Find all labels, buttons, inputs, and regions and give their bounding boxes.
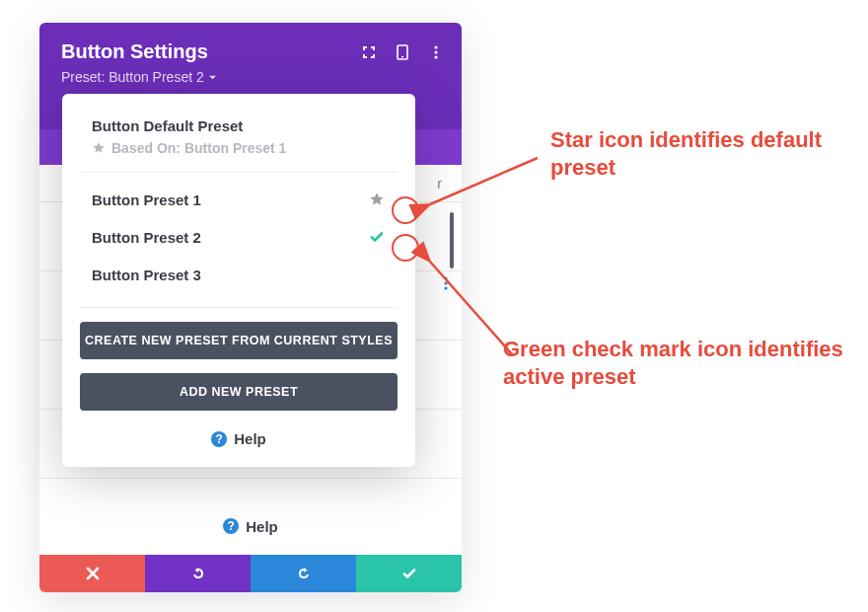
svg-line-1: [430, 158, 538, 204]
svg-line-2: [430, 262, 513, 355]
annotation-circle-star: [392, 196, 419, 224]
annotation-star-text: Star icon identifies default preset: [550, 126, 868, 181]
annotation-circle-check: [392, 234, 419, 262]
annotation-check-text: Green check mark icon identifies active …: [503, 336, 868, 390]
